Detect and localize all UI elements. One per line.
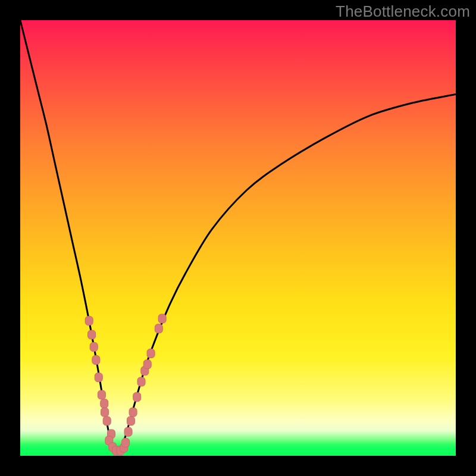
sample-marker — [158, 314, 166, 323]
bottleneck-curve — [20, 20, 456, 452]
sample-marker — [143, 360, 151, 369]
sample-marker — [155, 324, 162, 333]
watermark-text: TheBottleneck.com — [336, 2, 470, 21]
sample-marker — [101, 399, 108, 408]
bottleneck-curve-path — [20, 20, 456, 452]
sample-marker — [122, 439, 130, 447]
chart-svg — [20, 20, 456, 456]
sample-marker — [129, 408, 137, 416]
plot-area — [20, 20, 456, 456]
sample-marker — [88, 330, 96, 339]
chart-frame: TheBottleneck.com — [0, 0, 476, 476]
sample-marker — [98, 390, 105, 399]
sample-marker — [133, 393, 141, 402]
sample-markers — [85, 314, 166, 455]
sample-marker — [92, 355, 100, 364]
sample-marker — [147, 349, 155, 358]
sample-marker — [124, 427, 132, 436]
sample-marker — [85, 317, 93, 325]
sample-marker — [127, 416, 134, 425]
sample-marker — [137, 377, 145, 386]
sample-marker — [103, 416, 111, 425]
sample-marker — [90, 343, 98, 352]
sample-marker — [101, 408, 109, 416]
sample-marker — [95, 373, 102, 382]
